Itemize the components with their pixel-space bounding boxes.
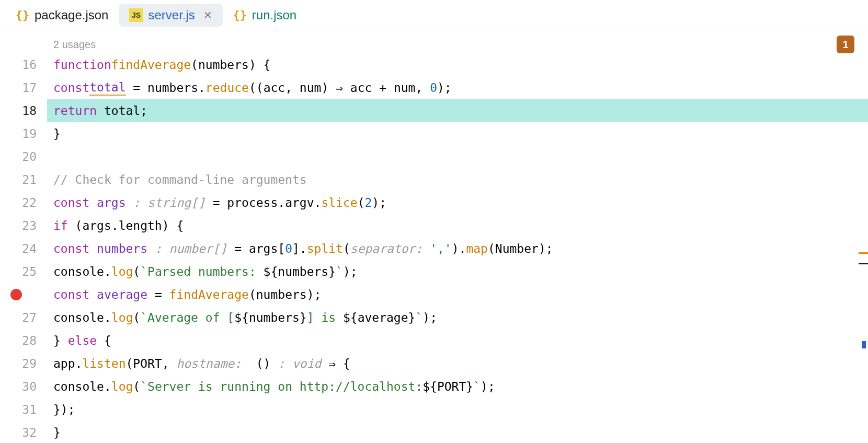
- gutter-spacer: [0, 36, 37, 53]
- code-line[interactable]: function findAverage(numbers) {: [47, 53, 868, 76]
- tab-bar: package.json JS server.js ✕ run.json: [0, 0, 868, 30]
- tab-run-json[interactable]: run.json: [223, 4, 307, 27]
- code-line[interactable]: console.log(`Average of [${numbers}] is …: [47, 306, 868, 329]
- code-line[interactable]: const average = findAverage(numbers);: [47, 283, 868, 306]
- code-line[interactable]: // Check for command-line arguments: [47, 168, 868, 191]
- line-number[interactable]: 21: [0, 168, 37, 191]
- code-line[interactable]: console.log(`Server is running on http:/…: [47, 375, 868, 398]
- line-number[interactable]: 22: [0, 191, 37, 214]
- code-line[interactable]: const numbers : number[] = args[0].split…: [47, 237, 868, 260]
- line-number[interactable]: 30: [0, 375, 37, 398]
- line-number[interactable]: 19: [0, 122, 37, 145]
- json-icon: [16, 8, 29, 22]
- code-line[interactable]: app.listen(PORT, hostname: () : void ⇒ {: [47, 352, 868, 375]
- line-number[interactable]: 25: [0, 260, 37, 283]
- line-number-current[interactable]: 18: [0, 99, 37, 122]
- line-number[interactable]: 32: [0, 421, 37, 443]
- tab-label: run.json: [252, 8, 296, 22]
- line-number[interactable]: 16: [0, 53, 37, 76]
- tab-label: package.json: [35, 8, 108, 22]
- code-line[interactable]: }: [47, 122, 868, 145]
- code-line[interactable]: const total = numbers.reduce((acc, num) …: [47, 76, 868, 99]
- line-number-breakpoint[interactable]: [0, 283, 37, 306]
- error-mark[interactable]: [859, 263, 868, 264]
- warning-mark[interactable]: [859, 252, 868, 254]
- code-line-highlighted[interactable]: return total;: [47, 99, 868, 122]
- gutter: 16 17 18 19 20 21 22 23 24 25 27 28 29 3…: [0, 30, 47, 443]
- line-number[interactable]: 23: [0, 214, 37, 237]
- line-number[interactable]: 29: [0, 352, 37, 375]
- code-line[interactable]: [47, 145, 868, 168]
- tab-server-js[interactable]: JS server.js ✕: [119, 4, 222, 27]
- line-number[interactable]: 17: [0, 76, 37, 99]
- line-number[interactable]: 27: [0, 306, 37, 329]
- usages-hint[interactable]: 2 usages: [47, 36, 868, 53]
- tab-package-json[interactable]: package.json: [5, 4, 119, 27]
- line-number[interactable]: 24: [0, 237, 37, 260]
- tab-label: server.js: [148, 8, 195, 22]
- json-icon: [233, 8, 247, 22]
- code-line[interactable]: } else {: [47, 329, 868, 352]
- code-line[interactable]: if (args.length) {: [47, 214, 868, 237]
- code-line[interactable]: const args : string[] = process.argv.sli…: [47, 191, 868, 214]
- code-line[interactable]: });: [47, 398, 868, 421]
- line-number[interactable]: 28: [0, 329, 37, 352]
- line-number[interactable]: 31: [0, 398, 37, 421]
- code-line[interactable]: console.log(`Parsed numbers: ${numbers}`…: [47, 260, 868, 283]
- close-icon[interactable]: ✕: [203, 9, 212, 21]
- info-mark[interactable]: [862, 341, 866, 348]
- js-icon: JS: [129, 8, 143, 22]
- editor[interactable]: 16 17 18 19 20 21 22 23 24 25 27 28 29 3…: [0, 30, 868, 443]
- scrollbar-marks: [859, 30, 868, 443]
- code-area[interactable]: 2 usages function findAverage(numbers) {…: [47, 30, 868, 443]
- code-line[interactable]: }: [47, 421, 868, 443]
- line-number[interactable]: 20: [0, 145, 37, 168]
